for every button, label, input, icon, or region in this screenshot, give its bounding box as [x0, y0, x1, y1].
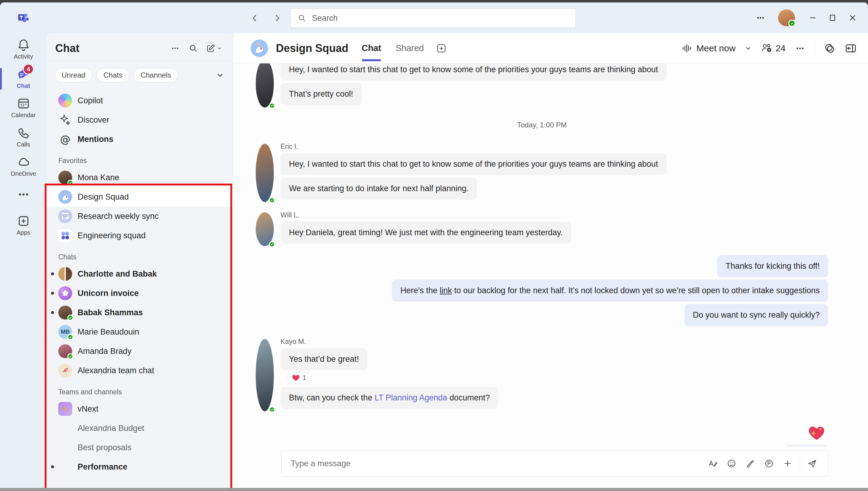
chat-item-label: Alexandria team chat: [78, 366, 154, 375]
chat-item-label: Amanda Brady: [78, 347, 132, 356]
copilot-icon[interactable]: [823, 42, 836, 55]
chat-list-item[interactable]: Alexandria team chat: [47, 361, 233, 380]
calendar-icon: [17, 97, 30, 111]
user-avatar[interactable]: [778, 9, 795, 26]
tab-chat[interactable]: Chat: [362, 33, 381, 63]
chat-list-item[interactable]: Alexandria Budget: [47, 418, 233, 438]
rail-item-calendar[interactable]: Calendar: [0, 97, 47, 119]
unread-count-badge: 4: [23, 64, 34, 75]
minimize-button[interactable]: [803, 8, 823, 28]
chat-list-item[interactable]: Discover: [47, 110, 233, 129]
close-button[interactable]: [843, 8, 863, 28]
message-input[interactable]: Type a message: [281, 451, 828, 476]
message-group: Will do!: [256, 420, 828, 446]
meet-now-button[interactable]: Meet now: [681, 43, 736, 54]
inline-link[interactable]: LT Planning Agenda: [375, 393, 447, 402]
emoji-icon[interactable]: [724, 456, 739, 471]
sender-avatar[interactable]: [256, 212, 274, 246]
photo-avatar: [58, 344, 72, 358]
copilot-rewrite-icon[interactable]: [742, 456, 758, 471]
sender-avatar[interactable]: [256, 63, 274, 108]
chat-list-item[interactable]: Design Squad: [47, 187, 233, 206]
chat-list: Copilot Discover @ Mentions Favorites: [47, 87, 233, 488]
chat-list-item[interactable]: Mona Kane: [47, 168, 233, 187]
chat-list-item[interactable]: Unicorn invoice: [47, 284, 233, 303]
add-tab-button[interactable]: [436, 43, 447, 54]
message-bubble: We are starting to do intake for next ha…: [280, 178, 477, 200]
teams-logo-icon: [16, 11, 30, 25]
rail-item-label: Calendar: [11, 112, 36, 119]
calendar-av-avatar: [58, 209, 72, 223]
divider: [814, 41, 815, 55]
loop-component-icon[interactable]: [761, 456, 777, 471]
chat-list-item[interactable]: Best proposals: [47, 438, 233, 457]
cloud-icon: [17, 155, 30, 169]
chat-list-item[interactable]: Babak Shammas: [47, 303, 233, 322]
send-icon[interactable]: [804, 456, 820, 471]
maximize-button[interactable]: [823, 8, 843, 28]
forward-button[interactable]: [271, 12, 284, 24]
chat-list-item[interactable]: MB Marie Beaudouin: [47, 322, 233, 342]
presence-available-icon: [788, 20, 796, 27]
message-group: Will L. Hey Daniela, great timing! We ju…: [256, 211, 828, 246]
format-icon[interactable]: [705, 456, 721, 471]
chat-list-item[interactable]: Amanda Brady: [47, 342, 233, 361]
filter-pill-unread[interactable]: Unread: [55, 68, 92, 82]
new-chat-button[interactable]: [204, 41, 225, 56]
sparkle-heart-emoji: [806, 422, 826, 442]
chat-item-label: Mentions: [78, 135, 114, 144]
presence-available-icon: [67, 353, 73, 359]
text-run: Here’s the: [400, 286, 440, 295]
conversation-pane: Design Squad ChatShared Meet now 24: [233, 33, 868, 488]
design-squad-avatar[interactable]: [250, 39, 268, 57]
attach-plus-icon[interactable]: [780, 456, 796, 471]
titlebar-more-button[interactable]: [752, 9, 769, 26]
message-bubble: Hey, I wanted to start this chat to get …: [280, 153, 667, 175]
tab-shared[interactable]: Shared: [395, 33, 424, 63]
search-input[interactable]: Search: [291, 8, 576, 28]
sender-avatar[interactable]: [256, 339, 274, 411]
conversation-header: Design Squad ChatShared Meet now 24: [233, 33, 868, 63]
rail-item-chat[interactable]: 4 Chat: [0, 67, 47, 89]
chat-search-icon[interactable]: [185, 41, 201, 56]
chat-list-item[interactable]: vNext: [47, 399, 233, 418]
copilot-avatar: [58, 94, 72, 108]
rail-item-calls[interactable]: Calls: [0, 126, 47, 148]
participants-button[interactable]: 24: [760, 42, 785, 54]
chat-item-label: Design Squad: [78, 192, 129, 202]
meet-now-icon: [681, 43, 692, 54]
unread-dot: [51, 272, 54, 276]
dots-icon: [17, 187, 30, 201]
chat-list-item[interactable]: Research weekly sync: [47, 206, 233, 226]
back-button[interactable]: [248, 12, 262, 24]
window-bottom-edge: [0, 488, 868, 491]
chat-item-label: Marie Beaudouin: [78, 327, 139, 337]
flower-avatar: [58, 286, 72, 300]
discover-avatar: [58, 113, 72, 127]
rail-item-onedrive[interactable]: OneDrive: [0, 155, 47, 177]
heart-reaction-pill[interactable]: 1: [287, 372, 311, 384]
rail-item-more[interactable]: [0, 187, 47, 201]
chat-list-item[interactable]: Engineering squad: [47, 226, 233, 245]
inline-link[interactable]: link: [440, 286, 452, 295]
chat-list-item[interactable]: Copilot: [47, 91, 233, 110]
rail-item-label: Calls: [17, 141, 30, 148]
collapse-filters-chevron-icon[interactable]: [215, 71, 225, 80]
rail-item-activity[interactable]: Activity: [0, 38, 47, 60]
compose-area: Type a message: [233, 446, 868, 488]
chat-item-label: Engineering squad: [78, 231, 146, 240]
rail-item-apps[interactable]: Apps: [0, 214, 47, 236]
message-bubble: Hey, I wanted to start this chat to get …: [280, 63, 667, 81]
filter-pill-channels[interactable]: Channels: [133, 68, 178, 82]
filter-pill-chats[interactable]: Chats: [97, 68, 129, 82]
chat-item-label: Unicorn invoice: [78, 289, 139, 298]
open-side-panel-icon[interactable]: [844, 42, 857, 55]
chat-filter-menu-button[interactable]: [167, 41, 183, 56]
chat-list-item[interactable]: Charlotte and Babak: [47, 264, 233, 284]
chat-list-item[interactable]: @ Mentions: [47, 129, 233, 149]
meet-now-chevron-icon[interactable]: [744, 45, 752, 52]
sender-avatar[interactable]: [256, 144, 274, 202]
conversation-more-button[interactable]: [794, 42, 806, 54]
left-rail: Activity 4 Chat Calendar Calls OneDrive: [0, 33, 47, 488]
chat-list-item[interactable]: Performance: [47, 457, 233, 476]
